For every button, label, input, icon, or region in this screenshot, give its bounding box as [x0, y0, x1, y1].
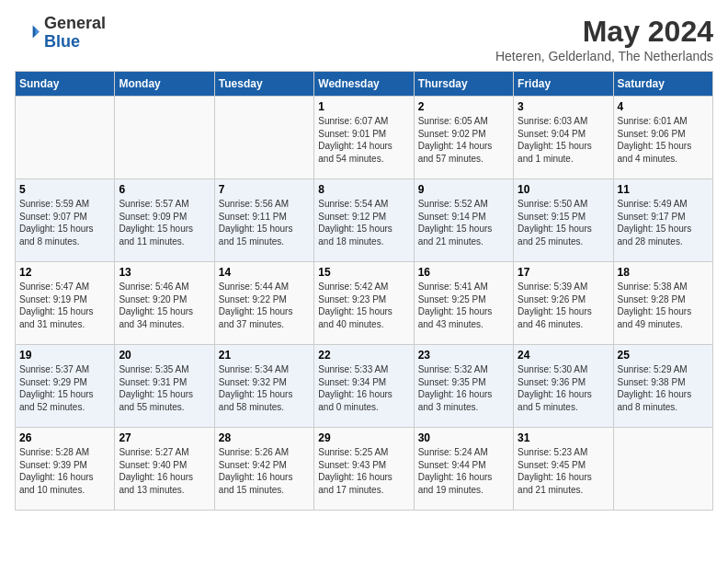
day-number: 9 [418, 183, 509, 196]
logo-general: General [44, 14, 106, 32]
day-detail: Sunrise: 5:42 AM Sunset: 9:23 PM Dayligh… [318, 281, 409, 330]
day-number: 7 [219, 183, 310, 196]
table-row: 3Sunrise: 6:03 AM Sunset: 9:04 PM Daylig… [514, 97, 613, 179]
day-number: 28 [219, 431, 310, 444]
calendar-week-row: 19Sunrise: 5:37 AM Sunset: 9:29 PM Dayli… [16, 345, 713, 428]
day-number: 11 [618, 183, 709, 196]
day-detail: Sunrise: 5:59 AM Sunset: 9:07 PM Dayligh… [19, 198, 110, 247]
day-number: 6 [119, 183, 210, 196]
day-detail: Sunrise: 5:57 AM Sunset: 9:09 PM Dayligh… [119, 198, 210, 247]
calendar-week-row: 26Sunrise: 5:28 AM Sunset: 9:39 PM Dayli… [16, 428, 713, 511]
table-row [214, 97, 313, 179]
day-number: 25 [618, 349, 709, 362]
day-number: 2 [418, 100, 509, 113]
calendar-table: Sunday Monday Tuesday Wednesday Thursday… [15, 71, 713, 511]
day-detail: Sunrise: 5:34 AM Sunset: 9:32 PM Dayligh… [219, 363, 310, 413]
table-row: 6Sunrise: 5:57 AM Sunset: 9:09 PM Daylig… [115, 179, 214, 262]
table-row: 9Sunrise: 5:52 AM Sunset: 9:14 PM Daylig… [414, 179, 513, 262]
day-number: 1 [318, 100, 409, 113]
day-number: 12 [19, 266, 110, 279]
logo-icon [15, 20, 40, 46]
table-row: 7Sunrise: 5:56 AM Sunset: 9:11 PM Daylig… [214, 179, 313, 262]
day-detail: Sunrise: 5:28 AM Sunset: 9:39 PM Dayligh… [19, 446, 110, 496]
table-row: 22Sunrise: 5:33 AM Sunset: 9:34 PM Dayli… [314, 345, 414, 428]
table-row: 18Sunrise: 5:38 AM Sunset: 9:28 PM Dayli… [613, 262, 712, 345]
day-detail: Sunrise: 5:47 AM Sunset: 9:19 PM Dayligh… [19, 281, 110, 330]
day-detail: Sunrise: 5:26 AM Sunset: 9:42 PM Dayligh… [219, 446, 310, 496]
day-number: 4 [618, 100, 709, 113]
day-detail: Sunrise: 5:39 AM Sunset: 9:26 PM Dayligh… [518, 281, 609, 330]
day-number: 22 [318, 349, 409, 362]
calendar-week-row: 12Sunrise: 5:47 AM Sunset: 9:19 PM Dayli… [16, 262, 713, 345]
day-detail: Sunrise: 5:52 AM Sunset: 9:14 PM Dayligh… [418, 198, 509, 247]
day-number: 15 [318, 266, 409, 279]
table-row: 8Sunrise: 5:54 AM Sunset: 9:12 PM Daylig… [314, 179, 414, 262]
table-row: 19Sunrise: 5:37 AM Sunset: 9:29 PM Dayli… [16, 345, 115, 428]
location-subtitle: Heteren, Gelderland, The Netherlands [495, 49, 713, 63]
header-wednesday: Wednesday [314, 72, 414, 97]
day-number: 26 [19, 431, 110, 444]
table-row: 13Sunrise: 5:46 AM Sunset: 9:20 PM Dayli… [115, 262, 214, 345]
table-row: 29Sunrise: 5:25 AM Sunset: 9:43 PM Dayli… [314, 428, 414, 511]
table-row: 28Sunrise: 5:26 AM Sunset: 9:42 PM Dayli… [214, 428, 313, 511]
calendar-week-row: 5Sunrise: 5:59 AM Sunset: 9:07 PM Daylig… [16, 179, 713, 262]
day-detail: Sunrise: 5:24 AM Sunset: 9:44 PM Dayligh… [418, 446, 509, 496]
table-row: 11Sunrise: 5:49 AM Sunset: 9:17 PM Dayli… [613, 179, 712, 262]
day-detail: Sunrise: 5:46 AM Sunset: 9:20 PM Dayligh… [119, 281, 210, 330]
day-detail: Sunrise: 5:33 AM Sunset: 9:34 PM Dayligh… [318, 363, 409, 413]
day-detail: Sunrise: 5:49 AM Sunset: 9:17 PM Dayligh… [618, 198, 709, 247]
table-row: 30Sunrise: 5:24 AM Sunset: 9:44 PM Dayli… [414, 428, 513, 511]
day-number: 27 [119, 431, 210, 444]
table-row: 2Sunrise: 6:05 AM Sunset: 9:02 PM Daylig… [414, 97, 513, 179]
day-detail: Sunrise: 5:41 AM Sunset: 9:25 PM Dayligh… [418, 281, 509, 330]
table-row: 21Sunrise: 5:34 AM Sunset: 9:32 PM Dayli… [214, 345, 313, 428]
day-number: 13 [119, 266, 210, 279]
header-sunday: Sunday [16, 72, 115, 97]
table-row: 25Sunrise: 5:29 AM Sunset: 9:38 PM Dayli… [613, 345, 712, 428]
table-row: 15Sunrise: 5:42 AM Sunset: 9:23 PM Dayli… [314, 262, 414, 345]
day-detail: Sunrise: 6:01 AM Sunset: 9:06 PM Dayligh… [618, 115, 709, 165]
table-row [115, 97, 214, 179]
day-detail: Sunrise: 5:44 AM Sunset: 9:22 PM Dayligh… [219, 281, 310, 330]
day-detail: Sunrise: 5:37 AM Sunset: 9:29 PM Dayligh… [19, 363, 110, 413]
day-detail: Sunrise: 5:54 AM Sunset: 9:12 PM Dayligh… [318, 198, 409, 247]
header-saturday: Saturday [613, 72, 712, 97]
day-detail: Sunrise: 5:32 AM Sunset: 9:35 PM Dayligh… [418, 363, 509, 413]
table-row: 17Sunrise: 5:39 AM Sunset: 9:26 PM Dayli… [514, 262, 613, 345]
table-row: 27Sunrise: 5:27 AM Sunset: 9:40 PM Dayli… [115, 428, 214, 511]
day-number: 5 [19, 183, 110, 196]
logo: General Blue [15, 15, 106, 52]
day-detail: Sunrise: 5:56 AM Sunset: 9:11 PM Dayligh… [219, 198, 310, 247]
table-row: 10Sunrise: 5:50 AM Sunset: 9:15 PM Dayli… [514, 179, 613, 262]
day-number: 23 [418, 349, 509, 362]
header-thursday: Thursday [414, 72, 513, 97]
header-monday: Monday [115, 72, 214, 97]
table-row [613, 428, 712, 511]
day-number: 24 [518, 349, 609, 362]
day-detail: Sunrise: 5:25 AM Sunset: 9:43 PM Dayligh… [318, 446, 409, 496]
day-number: 14 [219, 266, 310, 279]
day-detail: Sunrise: 6:07 AM Sunset: 9:01 PM Dayligh… [318, 115, 409, 165]
logo-text: General Blue [44, 15, 106, 52]
table-row: 16Sunrise: 5:41 AM Sunset: 9:25 PM Dayli… [414, 262, 513, 345]
day-number: 16 [418, 266, 509, 279]
day-number: 30 [418, 431, 509, 444]
table-row: 20Sunrise: 5:35 AM Sunset: 9:31 PM Dayli… [115, 345, 214, 428]
day-number: 10 [518, 183, 609, 196]
table-row: 31Sunrise: 5:23 AM Sunset: 9:45 PM Dayli… [514, 428, 613, 511]
day-number: 18 [618, 266, 709, 279]
day-detail: Sunrise: 5:29 AM Sunset: 9:38 PM Dayligh… [618, 363, 709, 413]
table-row: 12Sunrise: 5:47 AM Sunset: 9:19 PM Dayli… [16, 262, 115, 345]
table-row: 14Sunrise: 5:44 AM Sunset: 9:22 PM Dayli… [214, 262, 313, 345]
day-detail: Sunrise: 6:03 AM Sunset: 9:04 PM Dayligh… [518, 115, 609, 165]
table-row: 5Sunrise: 5:59 AM Sunset: 9:07 PM Daylig… [16, 179, 115, 262]
table-row: 26Sunrise: 5:28 AM Sunset: 9:39 PM Dayli… [16, 428, 115, 511]
calendar-week-row: 1Sunrise: 6:07 AM Sunset: 9:01 PM Daylig… [16, 97, 713, 179]
calendar-header-row: Sunday Monday Tuesday Wednesday Thursday… [16, 72, 713, 97]
day-number: 21 [219, 349, 310, 362]
month-year-title: May 2024 [495, 15, 713, 49]
table-row: 23Sunrise: 5:32 AM Sunset: 9:35 PM Dayli… [414, 345, 513, 428]
svg-marker-1 [35, 28, 39, 35]
day-detail: Sunrise: 5:50 AM Sunset: 9:15 PM Dayligh… [518, 198, 609, 247]
day-number: 31 [518, 431, 609, 444]
